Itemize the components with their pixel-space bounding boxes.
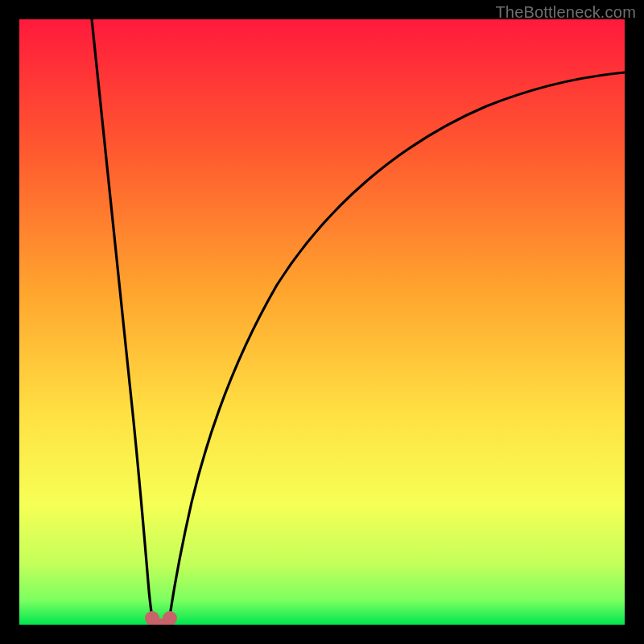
knot-right	[163, 611, 177, 625]
curve-left-branch	[92, 19, 153, 621]
plot-area	[19, 19, 625, 625]
curve-layer	[19, 19, 625, 625]
knot-left	[145, 611, 159, 625]
watermark-text: TheBottleneck.com	[495, 3, 636, 22]
outer-frame: TheBottleneck.com	[0, 0, 644, 644]
curve-right-branch	[169, 72, 625, 621]
